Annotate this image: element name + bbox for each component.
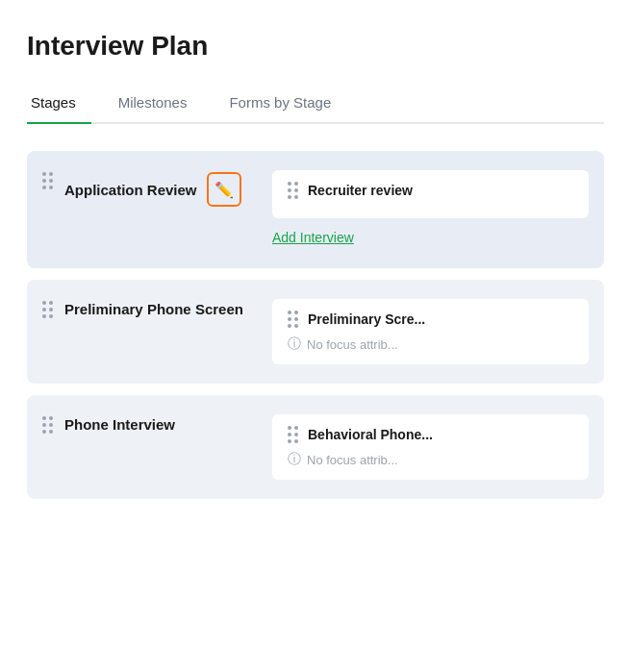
tab-stages[interactable]: Stages: [27, 85, 91, 122]
drag-dot: [49, 179, 53, 183]
stage-drag-handle[interactable]: [42, 414, 53, 434]
drag-dot: [42, 308, 46, 311]
drag-dot: [288, 317, 291, 321]
info-icon: ⓘ: [288, 336, 301, 353]
drag-dot: [42, 430, 46, 434]
focus-attr-row: ⓘ No focus attrib...: [288, 336, 573, 353]
drag-dot: [288, 439, 291, 443]
drag-dot: [288, 426, 291, 430]
page-container: Interview Plan Stages Milestones Forms b…: [0, 0, 631, 499]
stage-card: Phone Interview: [27, 395, 604, 499]
stage-right: Preliminary Scre... ⓘ No focus attrib...: [272, 299, 589, 364]
drag-dot: [294, 182, 298, 186]
drag-dot: [49, 430, 53, 434]
interview-drag-handle[interactable]: [288, 182, 298, 199]
tab-forms-by-stage[interactable]: Forms by Stage: [225, 85, 346, 122]
drag-dot: [288, 188, 291, 192]
drag-dot: [294, 433, 298, 436]
stage-name-area: Application Review ✏️: [64, 170, 257, 207]
stage-card: Application Review ✏️: [27, 151, 604, 268]
drag-dot: [294, 439, 298, 443]
drag-dot: [294, 317, 298, 321]
interview-panel: Preliminary Scre... ⓘ No focus attrib...: [272, 299, 589, 364]
stage-drag-handle[interactable]: [42, 299, 53, 318]
drag-dot: [42, 172, 46, 176]
focus-attr-text: No focus attrib...: [307, 453, 398, 467]
drag-dot: [294, 188, 298, 192]
pencil-icon: ✏️: [215, 181, 234, 199]
stage-content: Phone Interview: [64, 414, 589, 480]
drag-dot: [288, 311, 291, 314]
tabs-nav: Stages Milestones Forms by Stage: [27, 85, 604, 124]
drag-dot: [49, 301, 53, 305]
drag-dot: [42, 186, 46, 189]
info-icon: ⓘ: [288, 451, 301, 468]
stage-right: Recruiter review Add Interview: [272, 170, 589, 249]
interview-drag-handle[interactable]: [288, 311, 298, 328]
drag-dot: [49, 416, 53, 420]
drag-dot: [294, 324, 298, 328]
focus-attr-row: ⓘ No focus attrib...: [288, 451, 573, 468]
interview-name: Recruiter review: [308, 183, 413, 198]
drag-dot: [42, 423, 46, 427]
drag-dot: [49, 423, 53, 427]
drag-dot: [294, 426, 298, 430]
drag-dot: [49, 172, 53, 176]
page-title: Interview Plan: [27, 31, 604, 62]
interview-drag-handle[interactable]: [288, 426, 298, 443]
stage-name: Phone Interview: [64, 416, 175, 433]
drag-dot: [288, 182, 291, 186]
interview-panel: Recruiter review: [272, 170, 589, 218]
drag-dot: [288, 324, 291, 328]
stage-right: Behavioral Phone... ⓘ No focus attrib...: [272, 414, 589, 480]
drag-dot: [49, 308, 53, 311]
stages-list: Application Review ✏️: [27, 151, 604, 499]
interview-name: Behavioral Phone...: [308, 427, 433, 442]
interview-row: Preliminary Scre...: [288, 311, 573, 328]
stage-content: Application Review ✏️: [64, 170, 589, 249]
drag-dot: [294, 311, 298, 314]
drag-dot: [49, 186, 53, 189]
add-interview-link[interactable]: Add Interview: [272, 226, 589, 249]
tab-milestones[interactable]: Milestones: [114, 85, 203, 122]
interview-row: Recruiter review: [288, 182, 573, 199]
focus-attr-text: No focus attrib...: [307, 337, 398, 352]
drag-dot: [42, 301, 46, 305]
drag-dot: [49, 314, 53, 318]
stage-name: Application Review: [64, 182, 197, 198]
drag-dot: [42, 179, 46, 183]
drag-dot: [288, 433, 291, 436]
stage-drag-handle[interactable]: [42, 170, 53, 189]
stage-content: Preliminary Phone Screen: [64, 299, 589, 364]
interview-panel: Behavioral Phone... ⓘ No focus attrib...: [272, 414, 589, 480]
interview-row: Behavioral Phone...: [288, 426, 573, 443]
stage-name: Preliminary Phone Screen: [64, 301, 243, 317]
drag-dot: [42, 314, 46, 318]
interview-name: Preliminary Scre...: [308, 311, 425, 327]
drag-dot: [42, 416, 46, 420]
stage-name-area: Phone Interview: [64, 414, 257, 433]
stage-name-area: Preliminary Phone Screen: [64, 299, 257, 317]
stage-card: Preliminary Phone Screen: [27, 280, 604, 384]
drag-dot: [288, 195, 291, 199]
drag-dot: [294, 195, 298, 199]
edit-stage-button[interactable]: ✏️: [207, 172, 241, 207]
